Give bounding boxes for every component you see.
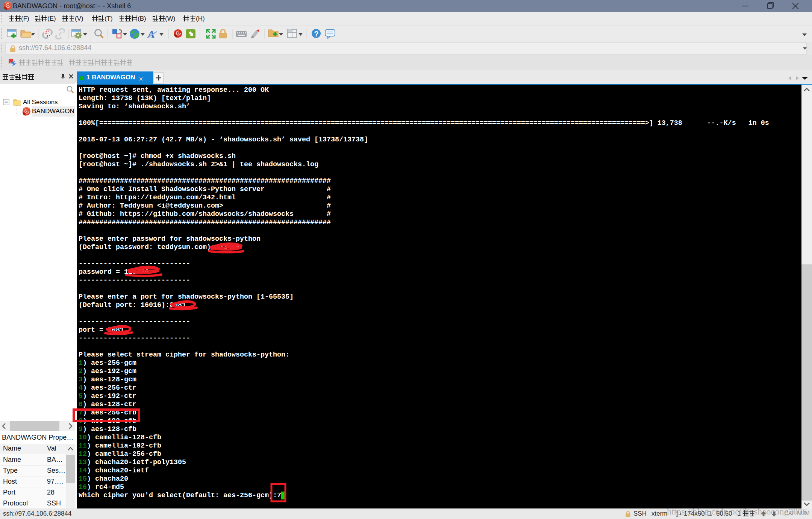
svg-text:?: ? [314,30,319,38]
